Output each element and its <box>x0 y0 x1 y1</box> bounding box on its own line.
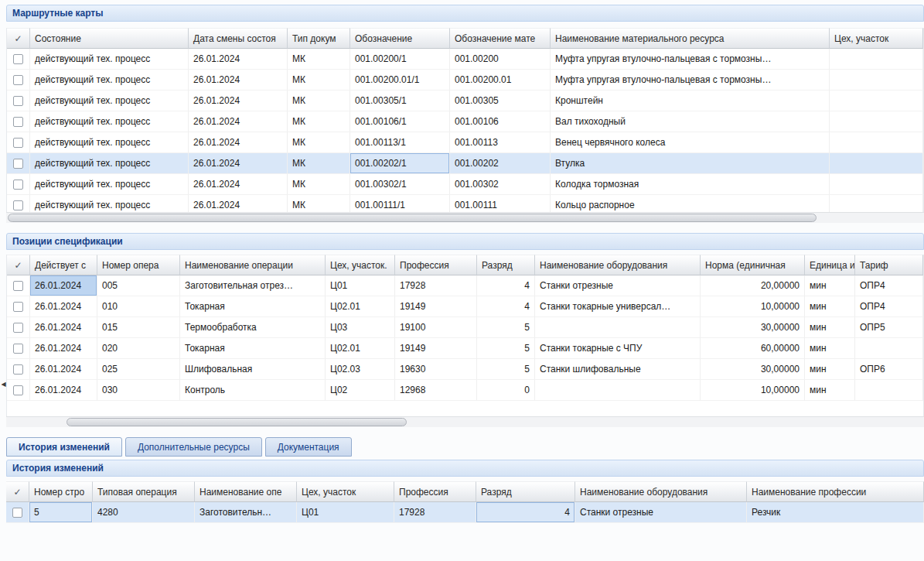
column-header[interactable]: Наименование оборудования <box>535 255 701 275</box>
tab-item[interactable]: Дополнительные ресурсы <box>125 437 262 457</box>
cell[interactable]: Втулка <box>551 153 830 174</box>
cell[interactable]: Муфта упругая втулочно-пальцевая с тормо… <box>551 70 830 91</box>
cell[interactable]: 26.01.2024 <box>30 296 97 317</box>
row-checkbox[interactable] <box>13 117 23 127</box>
cell[interactable]: 001.00200 <box>450 49 551 70</box>
cell[interactable]: 26.01.2024 <box>189 70 288 91</box>
cell[interactable]: действующий тех. процесс <box>30 132 189 153</box>
table-row[interactable]: 26.01.2024025ШлифовальнаяЦ02.03196305Ста… <box>7 359 923 380</box>
cell[interactable]: Станки отрезные <box>535 275 701 296</box>
cell[interactable]: действующий тех. процесс <box>30 49 189 70</box>
cell[interactable]: мин <box>805 359 855 380</box>
cell[interactable]: 26.01.2024 <box>189 111 288 132</box>
cell[interactable]: МК <box>288 70 350 91</box>
cell[interactable]: 30,00000 <box>701 359 805 380</box>
cell[interactable] <box>830 91 923 111</box>
cell[interactable]: 17928 <box>395 275 477 296</box>
cell[interactable]: Колодка тормозная <box>551 174 830 195</box>
cell[interactable]: Станки шлифовальные <box>535 359 701 380</box>
cell[interactable]: ОПР5 <box>855 317 923 338</box>
cell[interactable]: 4 <box>476 502 575 523</box>
cell[interactable]: 5 <box>477 317 535 338</box>
table-row[interactable]: 26.01.2024020ТокарнаяЦ02.01191495Станки … <box>7 338 923 359</box>
table-row[interactable]: действующий тех. процесс26.01.2024МК001.… <box>7 153 923 174</box>
column-header[interactable]: Дата смены состоя <box>189 28 288 49</box>
cell[interactable]: 26.01.2024 <box>30 380 97 401</box>
cell[interactable]: 10,00000 <box>701 380 805 401</box>
cell[interactable]: 26.01.2024 <box>30 359 97 380</box>
table-row[interactable]: действующий тех. процесс26.01.2024МК001.… <box>7 70 923 91</box>
cell[interactable]: Станки токарные универсал… <box>535 296 701 317</box>
cell[interactable]: МК <box>288 111 350 132</box>
tab-item[interactable]: История изменений <box>6 437 122 457</box>
cell[interactable] <box>830 195 923 212</box>
cell[interactable]: 001.00106/1 <box>350 111 450 132</box>
cell[interactable]: 020 <box>97 338 180 359</box>
column-header[interactable]: Наименование операции <box>180 255 326 275</box>
row-checkbox[interactable] <box>13 323 23 333</box>
cell[interactable]: 5 <box>29 502 93 523</box>
table-row[interactable]: 54280Заготовительн…Ц01179284Станки отрез… <box>6 502 924 523</box>
cell[interactable]: Вал тихоходный <box>551 111 830 132</box>
cell[interactable]: Заготовительная отрез… <box>180 275 326 296</box>
cell[interactable]: действующий тех. процесс <box>30 91 189 111</box>
table-row[interactable]: 26.01.2024030КонтрольЦ0212968010,00000ми… <box>7 380 923 401</box>
column-header[interactable]: Наименование опе <box>195 481 297 502</box>
cell[interactable]: 5 <box>477 338 535 359</box>
cell[interactable]: 26.01.2024 <box>30 275 97 296</box>
row-checkbox[interactable] <box>13 385 23 395</box>
cell[interactable]: 001.00113/1 <box>350 132 450 153</box>
cell[interactable]: мин <box>805 296 855 317</box>
column-header[interactable]: Обозначение <box>350 28 450 49</box>
row-checkbox[interactable] <box>13 200 23 210</box>
cell[interactable]: 001.00305 <box>450 91 551 111</box>
cell[interactable]: действующий тех. процесс <box>30 111 189 132</box>
cell[interactable] <box>830 153 923 174</box>
cell[interactable]: Контроль <box>180 380 326 401</box>
cell[interactable]: действующий тех. процесс <box>30 174 189 195</box>
row-checkbox[interactable] <box>13 96 23 106</box>
route-maps-hscrollbar-thumb[interactable] <box>8 214 817 222</box>
table-row[interactable]: действующий тех. процесс26.01.2024МК001.… <box>7 49 923 70</box>
cell[interactable]: 5 <box>477 359 535 380</box>
cell[interactable]: Кронштейн <box>551 91 830 111</box>
cell[interactable]: 001.00302 <box>450 174 551 195</box>
cell[interactable]: 30,00000 <box>701 317 805 338</box>
row-checkbox[interactable] <box>13 302 23 312</box>
tab-item[interactable]: Документация <box>265 437 352 457</box>
cell[interactable]: 26.01.2024 <box>30 317 97 338</box>
cell[interactable]: 001.00106 <box>450 111 551 132</box>
column-header[interactable]: Разряд <box>477 255 535 275</box>
cell[interactable]: Ц02.01 <box>326 338 395 359</box>
cell[interactable]: 19149 <box>395 338 477 359</box>
cell[interactable] <box>535 317 701 338</box>
column-header[interactable]: Обозначение мате <box>450 28 551 49</box>
select-all-header[interactable]: ✓ <box>7 28 30 49</box>
cell[interactable]: ОПР4 <box>855 275 923 296</box>
cell[interactable]: ОПР4 <box>855 296 923 317</box>
cell[interactable]: 001.00302/1 <box>350 174 450 195</box>
column-header[interactable]: Профессия <box>394 481 476 502</box>
cell[interactable]: 26.01.2024 <box>189 132 288 153</box>
column-header[interactable]: Действует с <box>30 255 97 275</box>
cell[interactable]: мин <box>805 338 855 359</box>
spec-positions-hscrollbar-thumb[interactable] <box>66 418 407 426</box>
cell[interactable]: мин <box>805 380 855 401</box>
cell[interactable]: 015 <box>97 317 180 338</box>
row-checkbox[interactable] <box>12 508 22 518</box>
column-header[interactable]: Цех, участок <box>297 481 394 502</box>
cell[interactable]: 025 <box>97 359 180 380</box>
cell[interactable]: 10,00000 <box>701 296 805 317</box>
cell[interactable]: Термообработка <box>180 317 326 338</box>
cell[interactable] <box>830 111 923 132</box>
column-header[interactable]: Наименование оборудования <box>575 481 747 502</box>
cell[interactable]: Ц02 <box>326 380 395 401</box>
cell[interactable]: действующий тех. процесс <box>30 195 189 212</box>
column-header[interactable]: Профессия <box>395 255 477 275</box>
cell[interactable]: 001.00111 <box>450 195 551 212</box>
cell[interactable] <box>830 70 923 91</box>
cell[interactable]: Ц02.01 <box>326 296 395 317</box>
cell[interactable]: МК <box>288 49 350 70</box>
cell[interactable]: 20,00000 <box>701 275 805 296</box>
cell[interactable]: 4 <box>477 275 535 296</box>
